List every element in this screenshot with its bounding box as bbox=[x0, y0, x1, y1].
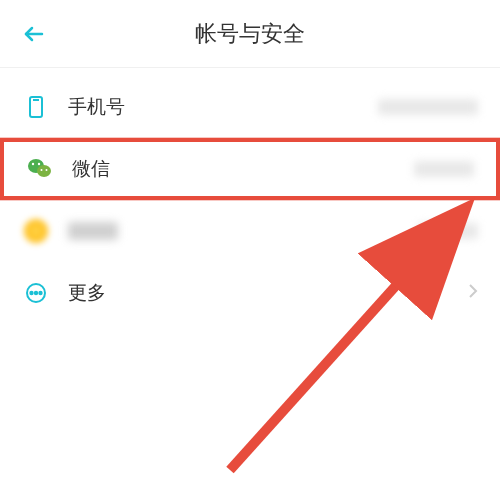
blurred-value bbox=[414, 161, 474, 177]
svg-point-7 bbox=[41, 169, 43, 171]
settings-list: 手机号 微信 bbox=[0, 68, 500, 324]
list-item-label: 手机号 bbox=[68, 94, 378, 120]
page-title: 帐号与安全 bbox=[195, 19, 305, 49]
blurred-value bbox=[418, 223, 478, 239]
back-button[interactable] bbox=[20, 20, 48, 48]
list-item-phone[interactable]: 手机号 bbox=[0, 76, 500, 138]
wechat-icon bbox=[26, 155, 54, 183]
list-item-wechat[interactable]: 微信 bbox=[0, 138, 500, 200]
svg-point-4 bbox=[37, 165, 51, 177]
blurred-icon bbox=[22, 217, 50, 245]
svg-point-6 bbox=[38, 163, 40, 165]
list-item-label: 更多 bbox=[68, 280, 456, 306]
more-icon bbox=[22, 279, 50, 307]
svg-point-12 bbox=[39, 292, 41, 294]
header: 帐号与安全 bbox=[0, 0, 500, 68]
list-item-blurred[interactable] bbox=[0, 200, 500, 262]
list-item-label: 微信 bbox=[72, 156, 414, 182]
svg-point-10 bbox=[30, 292, 32, 294]
blurred-value bbox=[378, 99, 478, 115]
svg-point-5 bbox=[32, 163, 34, 165]
back-arrow-icon bbox=[22, 22, 46, 46]
phone-icon bbox=[22, 93, 50, 121]
blurred-label bbox=[68, 222, 118, 240]
list-item-more[interactable]: 更多 bbox=[0, 262, 500, 324]
chevron-right-icon bbox=[468, 283, 478, 303]
svg-point-11 bbox=[35, 292, 37, 294]
svg-point-8 bbox=[46, 169, 48, 171]
